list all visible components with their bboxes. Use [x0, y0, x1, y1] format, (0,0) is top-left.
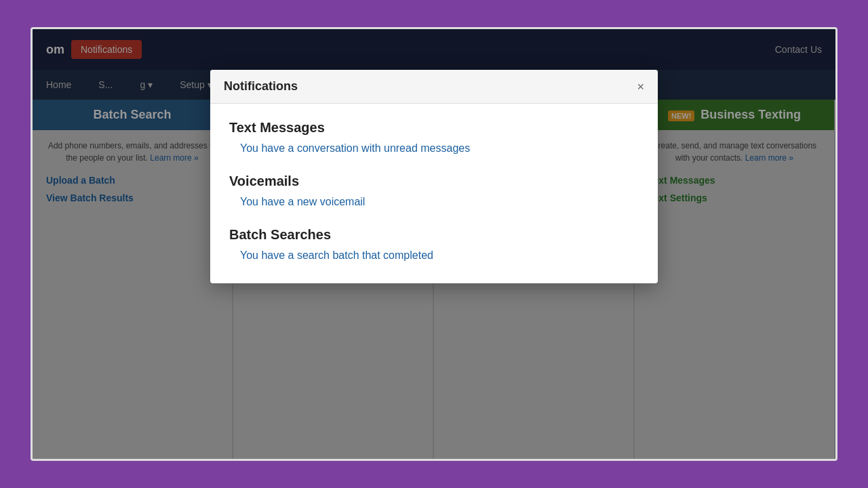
batch-searches-notification-link[interactable]: You have a search batch that completed — [229, 249, 639, 262]
modal-title: Notifications — [224, 79, 298, 94]
notifications-modal: Notifications × Text Messages You have a… — [210, 70, 658, 283]
modal-close-button[interactable]: × — [637, 81, 644, 93]
modal-body: Text Messages You have a conversation wi… — [210, 104, 658, 283]
batch-searches-section: Batch Searches You have a search batch t… — [229, 227, 639, 262]
text-messages-section-title: Text Messages — [229, 120, 639, 136]
voicemails-section: Voicemails You have a new voicemail — [229, 174, 639, 208]
browser-frame: om Notifications Contact Us Home S... g … — [31, 27, 837, 461]
text-messages-section: Text Messages You have a conversation wi… — [229, 120, 639, 155]
modal-header: Notifications × — [210, 70, 658, 104]
batch-searches-section-title: Batch Searches — [229, 227, 639, 243]
text-messages-notification-link[interactable]: You have a conversation with unread mess… — [229, 142, 639, 155]
modal-overlay: Notifications × Text Messages You have a… — [33, 29, 835, 459]
page-background: om Notifications Contact Us Home S... g … — [33, 29, 835, 459]
voicemails-notification-link[interactable]: You have a new voicemail — [229, 196, 639, 208]
voicemails-section-title: Voicemails — [229, 174, 639, 189]
